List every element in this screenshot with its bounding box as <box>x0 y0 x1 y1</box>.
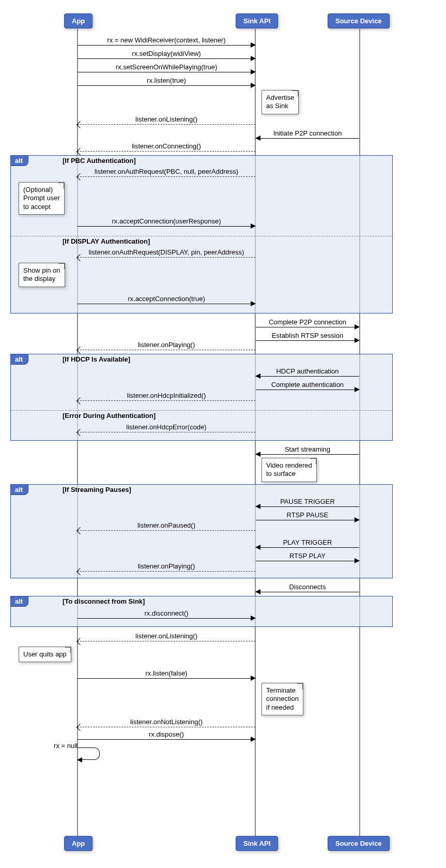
arrow <box>78 678 255 679</box>
arrow <box>256 520 359 520</box>
msg: rx.disconnect() <box>78 609 255 617</box>
note-advertise: Advertise as Sink <box>262 90 299 114</box>
arrow <box>78 176 255 177</box>
sequence-diagram: App Sink API Source Device App Sink API … <box>6 6 440 862</box>
arrow <box>78 58 255 59</box>
arrow <box>78 618 255 619</box>
alt-box-auth: alt [If PBC Authentication] [If DISPLAY … <box>10 155 393 313</box>
msg: Complete authentication <box>256 381 359 388</box>
msg: listener.onHdcpInitialized() <box>78 392 255 399</box>
note-video: Video rendered to surface <box>262 458 317 482</box>
self-arrow <box>78 747 100 760</box>
msg: listener.onPlaying() <box>78 562 255 570</box>
msg: Complete P2P connection <box>256 318 359 326</box>
arrow <box>256 138 359 139</box>
arrow <box>256 561 359 561</box>
alt-title: [If HDCP Is Available] <box>63 355 130 363</box>
alt-title: [Error During Authentication] <box>63 412 156 420</box>
msg: listener.onHdcpError(code) <box>78 423 255 431</box>
msg: listener.onListening() <box>78 632 255 640</box>
participant-app-bottom: App <box>64 836 93 851</box>
msg: listener.onPlaying() <box>78 341 255 349</box>
alt-title: [To disconnect from Sink] <box>63 597 145 605</box>
arrow <box>78 151 255 152</box>
arrow <box>78 45 255 46</box>
note-userquits: User quits app <box>19 647 71 662</box>
participant-sink-bottom: Sink API <box>236 836 278 851</box>
msg: rx.dispose() <box>78 730 255 738</box>
arrow <box>78 530 255 531</box>
msg: HDCP authentication <box>256 367 359 375</box>
participant-app-top: App <box>64 13 93 28</box>
arrow <box>256 340 359 341</box>
msg: rx = null <box>37 742 78 750</box>
arrow <box>78 226 255 227</box>
msg: listener.onConnecting() <box>78 142 255 150</box>
alt-tag: alt <box>10 484 28 495</box>
msg: Disconnects <box>256 583 359 591</box>
arrow <box>78 641 255 641</box>
alt-title: [If DISPLAY Authentication] <box>63 237 150 245</box>
msg: Initiate P2P connection <box>256 129 359 137</box>
msg: rx.acceptConnection(true) <box>78 295 255 303</box>
note-showpin: Show pin on the display <box>19 263 65 287</box>
msg: rx.acceptConnection(userResponse) <box>78 217 255 225</box>
arrow <box>256 390 359 390</box>
msg: rx = new WidiReceiver(context, listener) <box>78 36 255 44</box>
arrow <box>256 592 359 592</box>
arrow <box>256 506 359 507</box>
note-prompt: (Optional) Prompt user to accept <box>19 182 65 215</box>
msg: Establish RTSP session <box>256 332 359 339</box>
arrow <box>78 124 255 125</box>
msg: RTSP PLAY <box>256 552 359 560</box>
msg: PLAY TRIGGER <box>256 538 359 546</box>
msg: PAUSE TRIGGER <box>256 498 359 505</box>
msg: listener.onPaused() <box>78 521 255 529</box>
msg: RTSP PAUSE <box>256 511 359 519</box>
arrow <box>78 85 255 86</box>
arrow <box>78 304 255 304</box>
msg: rx.listen(false) <box>78 669 255 677</box>
msg: listener.onListening() <box>78 115 255 123</box>
note-terminate: Terminate connection if needed <box>262 683 303 715</box>
arrow <box>256 547 359 548</box>
arrow <box>78 727 255 727</box>
alt-tag: alt <box>10 354 28 365</box>
msg: rx.setScreenOnWhilePlaying(true) <box>78 63 255 71</box>
arrow <box>78 739 255 740</box>
arrow <box>78 350 255 350</box>
msg: Start streaming <box>256 445 359 453</box>
msg: rx.setDisplay(widiView) <box>78 50 255 57</box>
arrow <box>78 571 255 572</box>
participant-source-top: Source Device <box>328 13 390 28</box>
alt-divider <box>11 410 392 411</box>
alt-divider <box>11 236 392 236</box>
arrow <box>78 72 255 72</box>
msg: rx.listen(true) <box>78 77 255 84</box>
arrow <box>256 454 359 455</box>
arrow <box>78 400 255 401</box>
arrow <box>78 432 255 432</box>
msg: listener.onAuthRequest(DISPLAY, pin, pee… <box>78 248 255 256</box>
alt-title: [If PBC Authentication] <box>63 157 136 164</box>
alt-title: [If Streaming Pauses] <box>63 486 131 493</box>
arrow <box>256 376 359 377</box>
participant-source-bottom: Source Device <box>328 836 390 851</box>
alt-tag: alt <box>10 155 28 166</box>
alt-tag: alt <box>10 596 28 607</box>
participant-sink-top: Sink API <box>236 13 278 28</box>
arrow <box>78 257 255 258</box>
msg: listener.onNotListening() <box>78 718 255 726</box>
msg: listener.onAuthRequest(PBC, null, peerAd… <box>78 168 255 175</box>
arrow <box>256 327 359 327</box>
